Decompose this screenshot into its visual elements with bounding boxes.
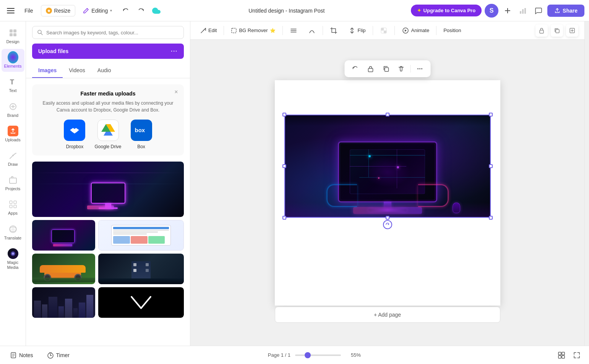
add-page-icon-button[interactable] bbox=[566, 24, 578, 37]
zoom-slider[interactable] bbox=[295, 354, 341, 356]
editing-label: Editing bbox=[91, 8, 108, 14]
bg-remover-button[interactable]: BG Remover ⭐ bbox=[227, 25, 279, 36]
sidebar-item-text[interactable]: T Text bbox=[2, 73, 24, 96]
image-grid-row bbox=[32, 254, 184, 284]
animate-button[interactable]: Animate bbox=[398, 24, 433, 37]
analytics-button[interactable] bbox=[517, 5, 529, 17]
list-item[interactable] bbox=[98, 287, 184, 318]
resize-button[interactable]: Resize bbox=[41, 5, 76, 16]
brand-icon bbox=[8, 101, 18, 112]
float-lock-icon bbox=[367, 65, 374, 72]
comments-button[interactable] bbox=[532, 5, 544, 17]
float-copy-button[interactable] bbox=[380, 63, 392, 75]
expand-view-button[interactable] bbox=[571, 349, 583, 361]
sidebar-item-brand[interactable]: Brand bbox=[2, 98, 24, 121]
float-more-button[interactable] bbox=[414, 63, 426, 75]
invite-button[interactable] bbox=[501, 5, 514, 17]
sidebar-item-translate[interactable]: Translate bbox=[2, 221, 24, 244]
transparency-icon bbox=[380, 27, 388, 34]
sidebar-item-magic-media[interactable]: Magic Media bbox=[2, 245, 24, 273]
tab-videos[interactable]: Videos bbox=[63, 63, 91, 78]
list-item[interactable] bbox=[32, 254, 95, 284]
selected-image[interactable] bbox=[284, 115, 491, 218]
lock-canvas-button[interactable] bbox=[535, 24, 548, 37]
notes-label: Notes bbox=[19, 352, 33, 358]
edit-button[interactable]: Edit bbox=[196, 25, 221, 36]
lines-button[interactable] bbox=[286, 24, 301, 37]
cloud-connect-close-button[interactable]: × bbox=[172, 88, 180, 96]
resize-handle-tl[interactable] bbox=[282, 113, 286, 116]
list-item[interactable] bbox=[98, 254, 184, 284]
elements-icon bbox=[8, 52, 18, 63]
timer-button[interactable]: Timer bbox=[43, 349, 73, 361]
edit-icon bbox=[200, 28, 206, 34]
svg-rect-32 bbox=[381, 28, 384, 31]
resize-handle-mr[interactable] bbox=[489, 164, 493, 168]
cloud-save-button[interactable] bbox=[150, 5, 162, 17]
search-input[interactable] bbox=[46, 30, 179, 36]
duplicate-canvas-button[interactable] bbox=[551, 24, 563, 37]
position-label: Position bbox=[443, 28, 461, 33]
notes-button[interactable]: Notes bbox=[6, 349, 37, 361]
flip-button[interactable]: Flip bbox=[344, 24, 370, 37]
svg-rect-9 bbox=[13, 33, 16, 36]
float-delete-button[interactable] bbox=[395, 63, 407, 75]
google-drive-connect-button[interactable]: Google Drive bbox=[94, 120, 121, 149]
grid-view-button[interactable] bbox=[555, 349, 568, 361]
redo-button[interactable] bbox=[135, 5, 147, 17]
resize-handle-bc[interactable] bbox=[386, 216, 389, 220]
resize-handle-br[interactable] bbox=[489, 216, 493, 220]
user-avatar[interactable]: S bbox=[485, 4, 498, 18]
crop-button[interactable] bbox=[326, 24, 341, 37]
rotate-handle[interactable] bbox=[383, 220, 392, 229]
sidebar-item-draw[interactable]: Draw bbox=[2, 147, 24, 170]
transparency-button[interactable] bbox=[376, 24, 391, 37]
list-item[interactable] bbox=[32, 162, 184, 217]
curve-button[interactable] bbox=[304, 24, 320, 37]
file-menu-button[interactable]: File bbox=[20, 5, 38, 16]
list-item[interactable] bbox=[32, 220, 95, 251]
panel-content-area: × Faster media uploads Easily access and… bbox=[26, 78, 190, 346]
bottom-bar: Notes Timer Page 1 / 1 55% bbox=[0, 346, 589, 364]
tab-images[interactable]: Images bbox=[32, 63, 63, 78]
resize-handle-bl[interactable] bbox=[282, 216, 286, 220]
share-button[interactable]: Share bbox=[547, 5, 584, 17]
resize-handle-tc[interactable] bbox=[386, 113, 389, 116]
editing-mode-button[interactable]: Editing ▾ bbox=[78, 5, 117, 16]
position-button[interactable]: Position bbox=[440, 25, 465, 36]
add-page-button[interactable]: + Add page bbox=[275, 307, 500, 323]
redo-icon bbox=[138, 7, 144, 14]
notes-icon bbox=[10, 352, 17, 359]
undo-button[interactable] bbox=[120, 5, 132, 17]
sidebar-item-apps[interactable]: Apps bbox=[2, 196, 24, 219]
timer-label: Timer bbox=[56, 352, 70, 358]
svg-point-42 bbox=[417, 68, 419, 69]
resize-handle-ml[interactable] bbox=[282, 164, 286, 168]
sidebar-item-elements[interactable]: Elements bbox=[2, 49, 24, 72]
sidebar-magic-media-label: Magic Media bbox=[3, 260, 23, 270]
dropbox-connect-button[interactable]: Dropbox bbox=[64, 120, 85, 149]
sidebar-item-uploads[interactable]: Uploads bbox=[2, 123, 24, 146]
svg-rect-58 bbox=[562, 356, 565, 358]
sidebar-item-design[interactable]: Design bbox=[2, 24, 24, 47]
sidebar-apps-label: Apps bbox=[8, 211, 18, 216]
box-connect-button[interactable]: box Box bbox=[131, 120, 152, 149]
rotate-icon bbox=[385, 222, 390, 227]
hamburger-menu-button[interactable] bbox=[5, 5, 17, 17]
resize-star-icon bbox=[46, 8, 52, 14]
resize-handle-tr[interactable] bbox=[489, 113, 493, 116]
canvas-wrapper[interactable]: + Add page bbox=[190, 40, 584, 346]
projects-icon bbox=[8, 175, 18, 185]
sidebar-item-projects[interactable]: Projects bbox=[2, 171, 24, 194]
float-lock-button[interactable] bbox=[364, 63, 376, 75]
float-rotate-button[interactable] bbox=[349, 63, 361, 75]
tab-audio[interactable]: Audio bbox=[91, 63, 117, 78]
right-scrollbar[interactable] bbox=[584, 21, 589, 346]
upload-files-button[interactable]: Upload files ··· bbox=[32, 44, 184, 59]
upgrade-button[interactable]: ✦ Upgrade to Canva Pro bbox=[411, 5, 482, 16]
neon-computer-image bbox=[284, 115, 491, 218]
list-item[interactable] bbox=[98, 220, 184, 251]
pencil-icon bbox=[83, 8, 89, 14]
toolbar-divider-6 bbox=[436, 26, 436, 35]
list-item[interactable] bbox=[32, 287, 95, 318]
